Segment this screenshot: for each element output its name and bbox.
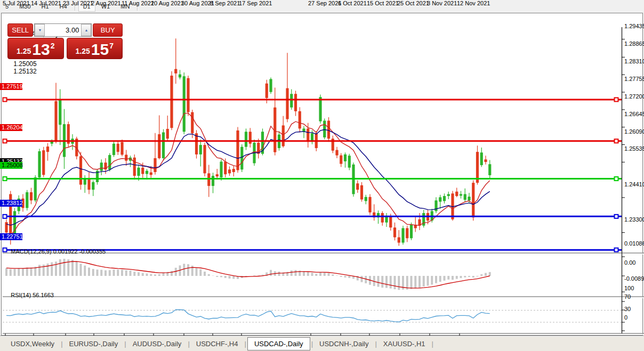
price-axis-label: 1.28310 <box>624 58 644 64</box>
sell-price-box[interactable]: 1.25 13 2 <box>7 38 64 59</box>
sell-price-prefix: 1.25 <box>17 47 31 55</box>
candle-bull <box>146 171 148 174</box>
candle-bear <box>393 227 396 237</box>
candle-bull <box>212 176 214 186</box>
price-axis-label: 1.28865 <box>624 40 644 47</box>
date-label: 20 Aug 2021 <box>151 0 184 6</box>
candle-bear <box>141 168 144 174</box>
candle-bull <box>348 156 351 167</box>
candle-bull <box>34 177 37 200</box>
candle-bear <box>117 144 119 152</box>
candle-bear <box>249 132 252 143</box>
volume-decrease-button[interactable]: ▼ <box>35 24 45 36</box>
candle-bull <box>59 100 61 125</box>
buy-price-box[interactable]: 1.25 15 7 <box>67 38 123 59</box>
date-label: 11 Aug 2021 <box>122 0 154 6</box>
candle-bear <box>187 78 189 112</box>
candle-bear <box>286 88 288 119</box>
date-label: 15 Oct 2021 <box>367 0 399 6</box>
candle-bull <box>443 196 446 201</box>
tab-separator: | <box>61 340 62 348</box>
candle-bear <box>232 169 235 172</box>
candle-bull <box>365 197 367 201</box>
candle-bull <box>38 151 41 177</box>
candle-bear <box>79 156 82 184</box>
candle-bear <box>406 228 408 238</box>
candle-bull <box>112 144 115 155</box>
chart-tab-usdcad-daily[interactable]: USDCAD-,Daily <box>247 337 310 350</box>
date-label: 14 Jul 2021 <box>31 0 61 6</box>
hline-handle[interactable] <box>3 98 7 102</box>
tab-separator: | <box>432 340 433 348</box>
quote-close: 1.25132 <box>13 68 36 75</box>
macd-indicator-label: MACD(12,26,9) 0.001922 -0.000355 <box>4 242 106 261</box>
rsi-indicator-label: RSI(14) 56.1663 <box>4 285 54 305</box>
candle-bull <box>319 97 321 121</box>
candle-bull <box>480 152 483 165</box>
rsi-axis-label: 70 <box>624 293 631 300</box>
date-label: 23 Jul 2021 <box>63 0 93 6</box>
date-label: 27 Sep 2021 <box>308 0 341 6</box>
candle-bear <box>154 158 156 172</box>
candle-bear <box>398 238 400 243</box>
candle-bull <box>92 182 94 190</box>
chart-tab-usdx-weekly[interactable]: USDX,Weekly <box>5 338 60 350</box>
candle-bear <box>360 185 363 200</box>
candle-bear <box>484 159 487 162</box>
hline-handle[interactable] <box>615 139 618 143</box>
price-badge-1.27519: 1.27519 <box>0 83 22 90</box>
candle-bull <box>401 228 404 242</box>
candle-bear <box>327 121 330 139</box>
sell-button[interactable]: SELL <box>7 23 33 37</box>
candle-bear <box>87 178 90 190</box>
chart-tab-usdcnh-daily[interactable]: USDCNH-,Daily <box>314 338 374 350</box>
hline-handle[interactable] <box>3 215 7 218</box>
candle-bull <box>199 145 202 154</box>
candle-bear <box>299 111 301 129</box>
date-label: 6 Oct 2021 <box>338 0 367 6</box>
one-click-trading-panel: SELL ▼ ▲ BUY 1.25 13 2 1.25 15 7 <box>7 23 123 59</box>
candle-bear <box>170 76 173 128</box>
chart-tab-audusd-daily[interactable]: AUDUSD-,Daily <box>127 338 187 350</box>
volume-input[interactable] <box>45 24 81 36</box>
candle-bear <box>158 134 160 158</box>
hline-handle[interactable] <box>3 139 7 143</box>
volume-increase-button[interactable]: ▲ <box>81 24 91 36</box>
candle-bull <box>290 94 293 107</box>
price-chart-canvas[interactable] <box>2 13 644 351</box>
candle-bear <box>174 69 177 74</box>
candle-bear <box>120 142 123 155</box>
candle-bear <box>191 112 194 134</box>
hline-handle[interactable] <box>615 177 618 181</box>
buy-button[interactable]: BUY <box>93 23 123 37</box>
candle-bear <box>133 158 136 176</box>
date-label: 17 Sep 2021 <box>239 0 272 6</box>
macd-axis-label: 0.00 <box>624 259 635 266</box>
hline-handle[interactable] <box>615 248 618 252</box>
chart-tab-xauusd-h1[interactable]: XAUUSD-,H1 <box>378 338 431 350</box>
candle-bull <box>410 225 413 238</box>
candle-bull <box>162 132 165 158</box>
chart-tabs-bar: USDX,Weekly|EURUSD-,Daily|AUDUSD-,Daily|… <box>0 336 644 351</box>
candle-bear <box>340 156 342 164</box>
rsi-axis-label: 100 <box>624 285 634 291</box>
chart-tab-usdchf-h4[interactable]: USDCHF-,H4 <box>191 338 244 350</box>
chart-tab-eurusd-daily[interactable]: EURUSD-,Daily <box>64 338 124 350</box>
price-axis-label: 1.24410 <box>624 181 644 187</box>
chart-window <box>1 13 643 336</box>
hline-handle[interactable] <box>615 215 618 218</box>
hline-handle[interactable] <box>3 177 7 181</box>
hline-handle[interactable] <box>615 98 618 102</box>
candle-bull <box>434 200 437 211</box>
candle-bear <box>150 173 152 175</box>
candle-bull <box>183 76 186 132</box>
macd-axis-label: 0.010869 <box>624 240 644 247</box>
candle-bull <box>447 194 450 196</box>
price-axis-label: 1.25535 <box>624 145 644 152</box>
candle-bull <box>439 197 441 201</box>
candle-bear <box>203 145 206 173</box>
candle-bear <box>455 192 458 196</box>
date-label: 3 Nov 2021 <box>427 0 457 6</box>
candle-bull <box>323 121 326 137</box>
price-axis-label: 1.27200 <box>624 93 644 100</box>
